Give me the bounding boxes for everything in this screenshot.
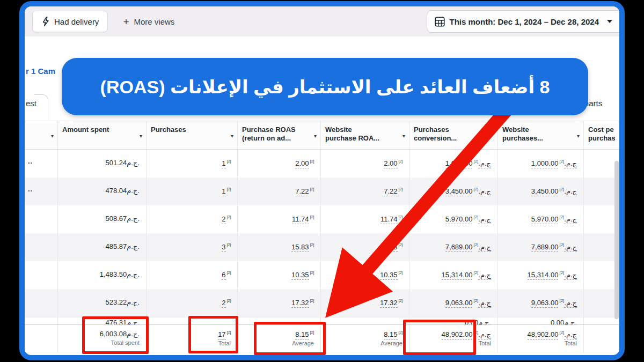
conversion-value-cell[interactable]: 5,970.00ج.م.[2] [409,205,498,233]
conversion-value-cell[interactable]: 9,063.00ج.م.[2] [409,289,498,317]
sort-caret-icon[interactable]: ▾ [402,132,405,141]
footnote-marker: [2] [310,215,314,219]
column-header-purchase-roas[interactable]: Purchase ROAS(return on ad...▾ [238,121,321,149]
website-purchases-value-cell[interactable]: 15,314.00ج.م.[2] [498,261,584,289]
website-roas-cell[interactable]: 11.74[2] [321,205,409,233]
website-purchases-value-cell[interactable]: 3,450.00ج.م.[2] [498,178,584,205]
column-header-amount-spent[interactable]: Amount spent▾ [58,121,147,149]
ad-name-cell[interactable] [25,261,58,289]
footnote-marker: [2] [399,159,402,164]
footnote-marker: [2] [559,242,564,247]
amount-spent-cell: 1,483.50ج.م. [58,261,147,289]
website-roas-cell[interactable]: 15.83[2] [321,233,409,261]
date-range-label: This month: Dec 1, 2024 – Dec 28, 2024 [450,17,599,26]
footnote-marker: [2] [227,159,231,164]
purchases-cell[interactable]: 3[2] [147,233,238,261]
highlight-box-total-spent [82,316,149,354]
footnote-marker: [2] [310,298,314,303]
conversion-value-cell[interactable]: 15,314.00ج.م.[2] [409,261,498,289]
conversion-value-cell[interactable]: 1,000.00ج.م.[2] [409,150,498,178]
ad-name-cell[interactable] [25,233,58,261]
sort-caret-icon[interactable]: ▾ [140,132,142,141]
table-row: 1,483.50ج.م. 6[2] 10.35[2] 10.35[2] 15,3… [25,261,619,289]
purchase-roas-cell[interactable]: 2.00[2] [238,150,321,178]
date-range-picker[interactable]: This month: Dec 1, 2024 – Dec 28, 2024 [427,10,624,33]
total-label: Total [500,340,577,346]
footnote-marker: [2] [310,187,314,191]
ad-name-cell[interactable]: .. [25,150,58,178]
sort-caret-icon[interactable]: ▾ [314,132,317,141]
lightning-bolt-icon [41,17,50,26]
column-header-purchases-conversion[interactable]: Purchasesconversion... [409,121,498,149]
purchases-cell[interactable]: 2[2] [147,205,238,233]
conversion-value-cell[interactable]: 3,450.00ج.م.[2] [409,178,498,205]
plus-icon: + [123,17,129,27]
footnote-marker: [2] [227,298,231,303]
purchase-roas-cell[interactable]: 17.32[2] [238,289,321,317]
footnote-marker: [2] [559,270,564,275]
footnote-marker: [2] [559,159,564,164]
tab-test-fragment[interactable]: est [26,99,36,108]
footnote-marker: [2] [227,215,231,219]
footnote-marker: [2] [227,187,231,191]
website-roas-cell[interactable]: 2.00[2] [321,150,409,178]
footnote-marker: [2] [310,159,314,164]
ad-name-cell[interactable] [25,289,58,317]
purchases-cell[interactable]: 1[2] [147,178,238,205]
website-roas-cell[interactable]: 17.32[2] [321,289,409,317]
column-header-cost-per-purchase[interactable]: Cost pepurchas [584,121,625,149]
purchase-roas-cell[interactable]: 10.35[2] [238,261,321,289]
vertical-scrollbar[interactable] [614,161,619,319]
total-website-purchases-cell[interactable]: 48,902.00ج.م.[2] Total [498,325,584,353]
table-header-row: ▾ Amount spent▾ Purchases▾ Purchase ROAS… [25,121,619,150]
footnote-marker: [2] [559,187,564,191]
filters-toolbar: Had delivery + More views This month: De… [25,6,619,36]
footnote-marker: [2] [559,330,564,335]
amount-spent-cell: 501.24ج.م. [58,150,147,178]
footnote-marker: [2] [399,330,402,335]
highlight-box-total-purchases [188,316,238,353]
table-row: .. 478.04ج.م. 1[2] 7.22[2] 7.22[2] 3,450… [25,178,619,205]
ads-manager-window: Had delivery + More views This month: De… [19,1,625,360]
column-header-website-purchases[interactable]: Websitepurchases...▾ [498,121,584,149]
footnote-marker: [2] [399,242,402,247]
purchases-cell[interactable]: 2[2] [147,289,238,317]
more-views-button[interactable]: + More views [123,17,174,27]
footnote-marker: [2] [473,270,478,275]
table-row: 485.87ج.م. 3[2] 15.83[2] 15.83[2] 7,689.… [25,233,619,261]
amount-spent-cell: 523.22ج.م. [58,289,147,317]
website-purchases-value-cell[interactable]: 5,970.00ج.م.[2] [498,205,584,233]
column-header-website-purchase-roas[interactable]: Websitepurchase ROA...▾ [321,121,409,149]
footnote-marker: [2] [399,187,402,191]
footnote-marker: [2] [473,298,478,303]
sort-caret-icon[interactable]: ▾ [231,132,233,141]
ad-name-cell[interactable] [25,205,58,233]
amount-spent-cell: 478.04ج.م. [58,178,147,205]
table-row: .. 501.24ج.م. 1[2] 2.00[2] 2.00[2] 1,000… [25,150,619,178]
column-header-name[interactable]: ▾ [25,121,58,149]
website-roas-cell[interactable]: 10.35[2] [321,261,409,289]
purchase-roas-cell[interactable]: 11.74[2] [238,205,321,233]
had-delivery-filter-button[interactable]: Had delivery [32,11,108,32]
footnote-marker: [2] [473,187,478,191]
website-purchases-value-cell[interactable]: 9,063.00ج.م.[2] [498,289,584,317]
average-website-roas-cell[interactable]: 8.15[2] Average [321,325,409,353]
footnote-marker: [2] [227,242,231,247]
website-purchases-value-cell[interactable]: 7,689.00ج.م.[2] [498,233,584,261]
amount-spent-cell: 485.87ج.م. [58,233,147,261]
table-row: 508.67ج.م. 2[2] 11.74[2] 11.74[2] 5,970.… [25,205,619,233]
purchases-cell[interactable]: 1[2] [147,150,238,178]
screenshot-stage: Had delivery + More views This month: De… [0,0,644,362]
ad-name-cell[interactable]: .. [25,178,58,205]
purchases-cell[interactable]: 6[2] [147,261,238,289]
column-header-purchases[interactable]: Purchases▾ [147,121,238,149]
website-roas-cell[interactable]: 7.22[2] [321,178,409,205]
purchase-roas-cell[interactable]: 15.83[2] [238,233,321,261]
conversion-value-cell[interactable]: 7,689.00ج.م.[2] [409,233,498,261]
breadcrumb-fragment[interactable]: r 1 Cam [26,67,55,76]
sort-caret-icon[interactable]: ▾ [577,132,580,141]
sort-caret-icon[interactable]: ▾ [51,132,54,141]
calendar-icon [435,17,445,27]
purchase-roas-cell[interactable]: 7.22[2] [238,178,321,205]
website-purchases-value-cell[interactable]: 1,000.00ج.م.[2] [498,150,584,178]
